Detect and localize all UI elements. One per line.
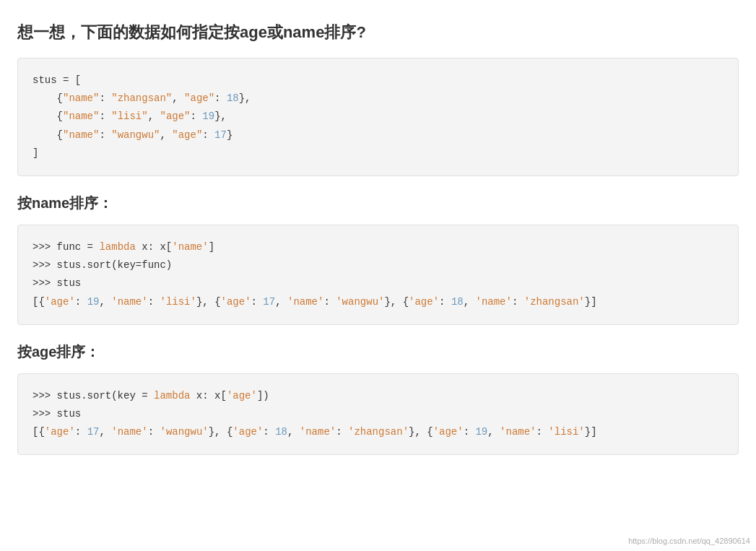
section-heading-name-sort: 按name排序： [17,194,739,213]
watermark: https://blog.csdn.net/qq_42890614 [628,537,750,545]
code-block-sort-age: >>> stus.sort(key = lambda x: x['age']) … [17,373,739,456]
page-title: 想一想，下面的数据如何指定按age或name排序? [17,22,739,43]
code-block-sort-name: >>> func = lambda x: x['name'] >>> stus.… [17,225,739,325]
section-heading-age-sort: 按age排序： [17,342,739,362]
code-block-stus-data: stus = [ {"name": "zhangsan", "age": 18}… [17,58,739,176]
